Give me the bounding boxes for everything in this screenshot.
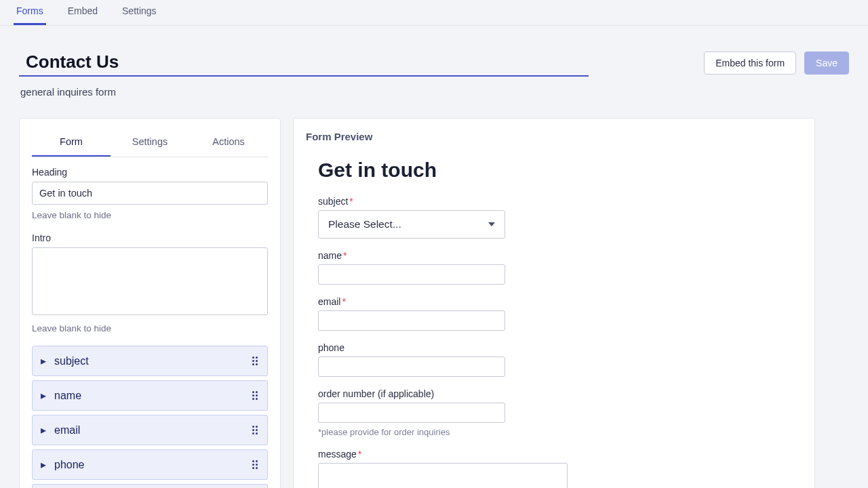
preview-subject-value: Please Select... <box>328 218 401 230</box>
top-nav: Forms Embed Settings <box>0 0 868 26</box>
drag-handle-icon[interactable] <box>252 391 258 400</box>
chevron-right-icon: ▸ <box>41 389 46 402</box>
top-nav-settings[interactable]: Settings <box>119 5 159 25</box>
chevron-right-icon: ▸ <box>41 458 46 471</box>
heading-label: Heading <box>32 167 268 178</box>
chevron-right-icon: ▸ <box>41 354 46 367</box>
preview-email-input[interactable] <box>318 310 505 331</box>
field-list: ▸ subject ▸ name ▸ email <box>32 346 268 488</box>
field-row-label: phone <box>54 459 85 471</box>
required-marker: * <box>343 250 347 261</box>
required-marker: * <box>358 449 361 460</box>
chevron-right-icon: ▸ <box>41 424 46 436</box>
preview-panel: Form Preview Get in touch subject* Pleas… <box>293 118 815 488</box>
field-row-label: name <box>54 390 81 402</box>
field-row-email[interactable]: ▸ email <box>32 415 268 445</box>
preview-heading: Get in touch <box>318 159 790 182</box>
drag-handle-icon[interactable] <box>252 357 258 365</box>
preview-title: Form Preview <box>306 131 802 142</box>
drag-handle-icon[interactable] <box>252 460 258 469</box>
top-nav-forms[interactable]: Forms <box>14 5 46 25</box>
preview-order-input[interactable] <box>318 403 505 423</box>
form-title-input[interactable] <box>26 52 589 73</box>
required-marker: * <box>349 196 353 207</box>
intro-helper: Leave blank to hide <box>32 323 268 333</box>
field-row-name[interactable]: ▸ name <box>32 380 268 411</box>
field-row-subject[interactable]: ▸ subject <box>32 346 268 376</box>
panel-tab-actions[interactable]: Actions <box>189 132 268 157</box>
preview-name-input[interactable] <box>318 264 505 285</box>
preview-subject-label: subject* <box>318 196 353 207</box>
required-marker: * <box>342 296 345 307</box>
preview-phone-label: phone <box>318 342 344 353</box>
field-row-empty[interactable] <box>32 484 268 488</box>
drag-handle-icon[interactable] <box>252 426 258 434</box>
editor-panel: Form Settings Actions Heading Leave blan… <box>19 118 281 488</box>
heading-input[interactable] <box>32 182 268 205</box>
intro-label: Intro <box>32 232 268 243</box>
top-nav-embed[interactable]: Embed <box>65 5 100 25</box>
save-button[interactable]: Save <box>804 52 849 75</box>
preview-order-label: order number (if applicable) <box>318 388 434 399</box>
preview-subject-select[interactable]: Please Select... <box>318 210 505 239</box>
preview-name-label: name* <box>318 250 347 261</box>
form-subtitle: general inquires form <box>19 86 589 98</box>
field-row-label: email <box>54 424 80 436</box>
field-row-phone[interactable]: ▸ phone <box>32 449 268 480</box>
panel-tab-form[interactable]: Form <box>32 132 111 157</box>
preview-message-label: message* <box>318 449 361 460</box>
caret-down-icon <box>488 222 495 226</box>
field-row-label: subject <box>54 355 89 367</box>
embed-form-button[interactable]: Embed this form <box>704 52 796 75</box>
panel-tab-settings[interactable]: Settings <box>111 132 189 157</box>
intro-textarea[interactable] <box>32 247 268 315</box>
preview-email-label: email* <box>318 296 346 307</box>
heading-helper: Leave blank to hide <box>32 210 268 220</box>
preview-phone-input[interactable] <box>318 357 505 377</box>
preview-order-helper: *please provide for order inquiries <box>318 427 790 437</box>
preview-message-textarea[interactable] <box>318 463 568 488</box>
